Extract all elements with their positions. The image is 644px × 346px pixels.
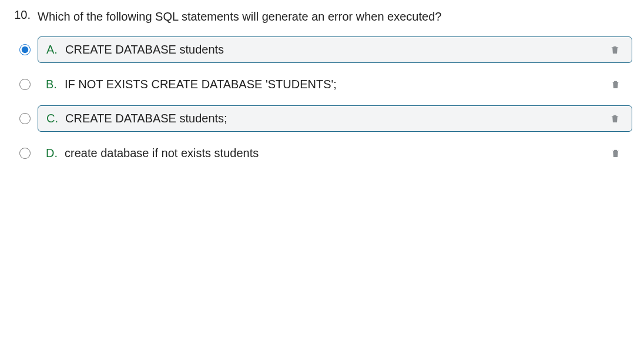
trash-icon xyxy=(611,148,620,159)
option-row-b: B. IF NOT EXISTS CREATE DATABASE 'STUDEN… xyxy=(16,71,632,97)
option-letter: D. xyxy=(46,147,60,160)
question-content: Which of the following SQL statements wi… xyxy=(38,7,632,166)
option-box-a[interactable]: A. CREATE DATABASE students xyxy=(38,36,632,63)
radio-wrap xyxy=(16,113,33,124)
question-text: Which of the following SQL statements wi… xyxy=(38,7,632,26)
radio-option-a[interactable] xyxy=(19,44,31,55)
radio-wrap xyxy=(16,148,33,159)
option-row-a: A. CREATE DATABASE students xyxy=(16,36,632,63)
option-box-c[interactable]: C. CREATE DATABASE students; xyxy=(38,105,632,132)
delete-option-c[interactable] xyxy=(606,113,623,124)
option-box-d[interactable]: D. create database if not exists student… xyxy=(38,140,632,166)
option-row-c: C. CREATE DATABASE students; xyxy=(16,105,632,132)
option-text: create database if not exists students xyxy=(65,147,606,160)
question-container: 10. Which of the following SQL statement… xyxy=(12,7,632,166)
option-letter: A. xyxy=(46,43,61,56)
radio-option-d[interactable] xyxy=(19,148,31,159)
question-number: 10. xyxy=(12,7,31,22)
delete-option-d[interactable] xyxy=(606,148,624,159)
option-letter: C. xyxy=(46,112,61,125)
option-text: CREATE DATABASE students xyxy=(65,43,606,56)
option-box-b[interactable]: B. IF NOT EXISTS CREATE DATABASE 'STUDEN… xyxy=(38,71,632,97)
delete-option-a[interactable] xyxy=(606,44,623,55)
radio-option-c[interactable] xyxy=(19,113,31,124)
options-list: A. CREATE DATABASE students B. IF NOT EX… xyxy=(16,36,632,166)
delete-option-b[interactable] xyxy=(606,79,624,90)
trash-icon xyxy=(610,113,620,124)
radio-wrap xyxy=(16,79,33,90)
radio-option-b[interactable] xyxy=(19,79,31,90)
radio-wrap xyxy=(16,44,33,55)
trash-icon xyxy=(610,44,620,55)
option-text: CREATE DATABASE students; xyxy=(65,112,606,125)
option-letter: B. xyxy=(46,78,60,91)
trash-icon xyxy=(611,79,620,90)
option-text: IF NOT EXISTS CREATE DATABASE 'STUDENTS'… xyxy=(65,78,606,91)
option-row-d: D. create database if not exists student… xyxy=(16,140,632,166)
